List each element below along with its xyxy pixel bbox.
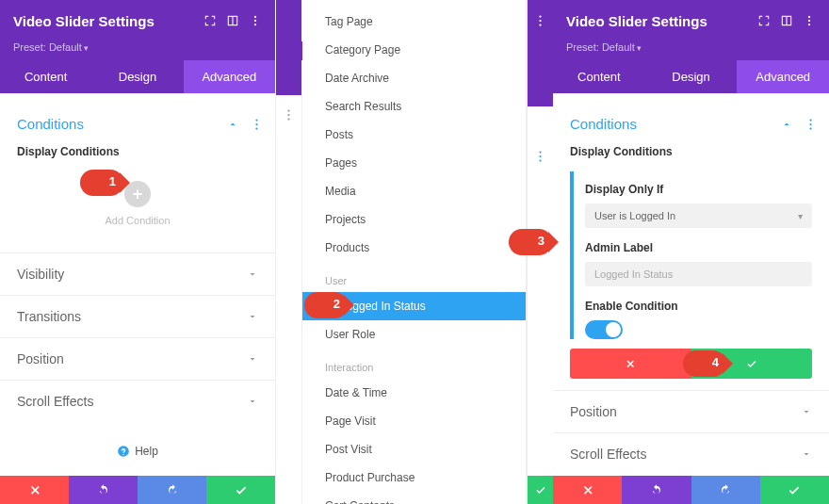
svg-point-7 [287, 114, 289, 116]
section-position[interactable]: Position [0, 338, 275, 380]
dd-item[interactable]: Projects [302, 205, 526, 234]
section-conditions[interactable]: Conditions [0, 103, 275, 145]
dd-item[interactable]: Posts [302, 121, 526, 149]
dd-group-interaction: Interaction [302, 349, 526, 379]
dd-item[interactable]: Tag Page [302, 8, 526, 36]
more-icon[interactable] [803, 14, 816, 27]
section-conditions[interactable]: Conditions [553, 103, 829, 145]
footer-save[interactable] [206, 476, 275, 504]
footer-redo[interactable] [138, 476, 206, 504]
tabs-slice [528, 72, 553, 106]
svg-point-13 [539, 155, 541, 157]
display-conditions-label: Display Conditions [553, 145, 829, 171]
condition-type-dropdown: Tag Page Category Page Date Archive Sear… [302, 0, 526, 504]
svg-point-5 [255, 127, 257, 129]
footer-save-slice[interactable] [528, 476, 553, 504]
section-more-icon[interactable] [255, 119, 258, 130]
more-icon[interactable] [539, 150, 542, 163]
preset-dropdown[interactable]: Preset: Default [553, 41, 829, 60]
preset-dropdown[interactable]: Preset: Default [0, 41, 275, 60]
annotation-marker-4: 4 [683, 350, 726, 377]
help-link[interactable]: Help [0, 422, 275, 476]
enable-condition-toggle[interactable] [585, 320, 623, 339]
tab-content[interactable]: Content [553, 60, 645, 93]
annotation-marker-2: 2 [304, 292, 348, 318]
check-icon [788, 483, 801, 496]
svg-point-3 [255, 119, 257, 121]
dd-item[interactable]: Page Visit [302, 407, 526, 435]
panel-header: Video Slider Settings [553, 0, 829, 41]
tab-design[interactable]: Design [91, 60, 183, 93]
dd-item[interactable]: User Role [302, 320, 526, 349]
admin-label-label: Admin Label [585, 241, 812, 254]
redo-icon [719, 483, 732, 496]
tab-advanced[interactable]: Advanced [737, 60, 829, 93]
dd-group-user: User [302, 262, 526, 292]
tabs: Content Design Advanced [553, 60, 829, 93]
chevron-down-icon [247, 353, 258, 365]
tab-design[interactable]: Design [645, 60, 738, 93]
annotation-marker-3: 3 [509, 229, 552, 255]
display-only-if-label: Display Only If [585, 183, 812, 196]
panel-header: Video Slider Settings [0, 0, 275, 41]
section-transitions[interactable]: Transitions [0, 296, 275, 337]
section-title: Conditions [570, 116, 637, 132]
section-more-icon[interactable] [809, 119, 812, 130]
footer-cancel[interactable] [0, 476, 69, 504]
panel-title: Video Slider Settings [13, 13, 203, 29]
svg-point-11 [539, 24, 541, 25]
more-icon[interactable] [287, 108, 290, 122]
svg-point-18 [809, 119, 811, 121]
close-icon [625, 358, 636, 369]
chevron-down-icon [247, 311, 258, 322]
dd-item[interactable]: Product Purchase [302, 463, 526, 492]
close-icon [581, 483, 594, 496]
more-icon[interactable] [539, 14, 542, 27]
chevron-down-icon [247, 396, 258, 407]
dd-item[interactable]: Products [302, 234, 526, 262]
section-visibility[interactable]: Visibility [0, 253, 275, 295]
tab-advanced[interactable]: Advanced [184, 60, 275, 93]
section-scroll-effects[interactable]: Scroll Effects [0, 381, 275, 422]
redo-icon [166, 483, 179, 496]
dd-item[interactable]: Search Results [302, 92, 526, 121]
footer-undo[interactable] [69, 476, 138, 504]
dd-item[interactable]: Pages [302, 149, 526, 177]
condition-delete[interactable] [570, 349, 691, 379]
footer-undo[interactable] [622, 476, 691, 504]
layout-icon[interactable] [226, 14, 239, 27]
condition-select[interactable]: User is Logged In [585, 203, 812, 228]
svg-point-10 [539, 20, 541, 22]
svg-point-12 [539, 151, 541, 153]
chevron-down-icon [247, 268, 258, 280]
more-icon[interactable] [249, 14, 262, 27]
svg-point-16 [808, 20, 810, 22]
footer-cancel[interactable] [553, 476, 622, 504]
check-icon [746, 358, 757, 369]
svg-point-19 [809, 122, 811, 124]
help-icon [117, 445, 130, 458]
add-condition-label: Add Condition [0, 215, 275, 226]
section-position[interactable]: Position [553, 391, 829, 432]
dd-item[interactable]: Cart Contents [302, 492, 526, 504]
chevron-up-icon [781, 119, 792, 130]
tab-content[interactable]: Content [0, 60, 91, 93]
focus-icon[interactable] [757, 14, 771, 27]
svg-point-20 [809, 127, 811, 129]
display-conditions-label: Display Conditions [0, 145, 275, 171]
layout-icon[interactable] [780, 14, 793, 27]
dd-item[interactable]: Media [302, 177, 526, 205]
dd-item[interactable]: Date Archive [302, 64, 526, 92]
footer-save[interactable] [760, 476, 829, 504]
focus-icon[interactable] [203, 14, 217, 27]
chevron-up-icon [227, 119, 238, 130]
footer-redo[interactable] [691, 476, 760, 504]
close-icon [28, 483, 41, 496]
dd-item[interactable]: Post Visit [302, 435, 526, 463]
dd-item[interactable]: Date & Time [302, 379, 526, 407]
preset-slice: . [528, 41, 554, 72]
section-scroll-effects[interactable]: Scroll Effects [553, 433, 829, 475]
svg-point-0 [254, 16, 256, 18]
admin-label-input[interactable]: Logged In Status [585, 262, 812, 286]
dd-item[interactable]: Category Page [302, 36, 526, 64]
